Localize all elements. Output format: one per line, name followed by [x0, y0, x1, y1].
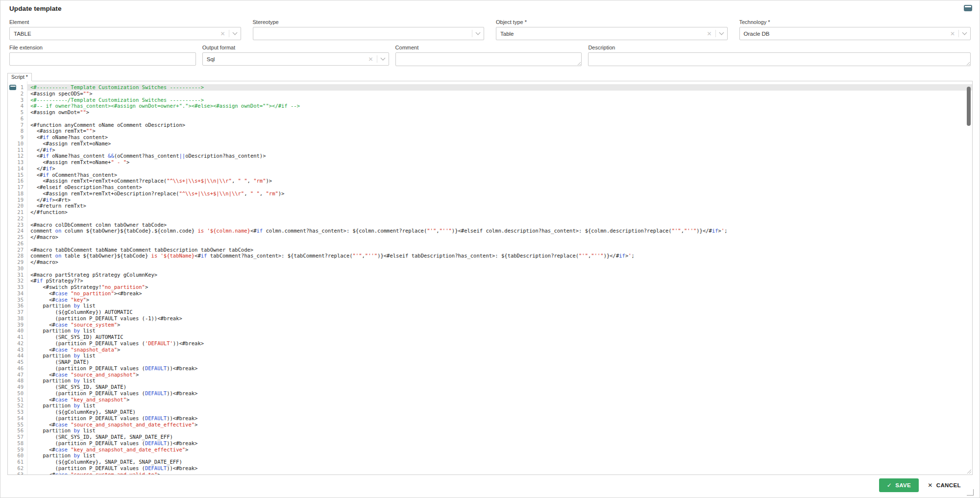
form-row-1: Element TABLE ✕ Stereotype Object type *… — [9, 19, 971, 40]
script-editor[interactable]: 1234567891011121314151617181920212223242… — [7, 81, 973, 475]
field-stereotype: Stereotype — [253, 19, 485, 40]
script-label: Script * — [7, 73, 32, 81]
divider — [715, 30, 716, 37]
chevron-down-icon[interactable] — [232, 30, 237, 35]
editor-gutter: 1234567891011121314151617181920212223242… — [8, 81, 27, 474]
editor-scrollbar-thumb[interactable] — [967, 87, 971, 126]
check-icon: ✓ — [887, 482, 892, 489]
element-label: Element — [9, 19, 241, 25]
field-description: Description — [588, 45, 971, 66]
chevron-down-icon[interactable] — [380, 56, 385, 61]
clear-icon[interactable]: ✕ — [707, 31, 711, 37]
field-object-type: Object type * Table ✕ — [496, 19, 728, 40]
stereotype-select[interactable] — [253, 27, 485, 40]
panel-toggle-icon[interactable] — [964, 5, 972, 11]
comment-textarea[interactable] — [395, 52, 582, 66]
page-header: Update template — [0, 0, 980, 18]
output-format-select[interactable]: Sql ✕ — [202, 52, 389, 66]
description-textarea[interactable] — [588, 52, 971, 66]
close-icon: ✕ — [928, 482, 932, 489]
editor-expand-icon[interactable] — [9, 85, 16, 90]
clear-icon[interactable]: ✕ — [950, 31, 955, 37]
field-file-extension: File extension — [9, 45, 196, 66]
element-select[interactable]: TABLE ✕ — [9, 27, 241, 40]
code-area[interactable]: <#---------- Template Customization Swit… — [27, 81, 972, 474]
divider — [472, 30, 472, 37]
page-resize-corner[interactable] — [967, 489, 974, 496]
clear-icon[interactable]: ✕ — [368, 56, 373, 62]
field-element: Element TABLE ✕ — [9, 19, 241, 40]
divider — [377, 55, 377, 63]
field-technology: Technology * Oracle DB ✕ — [739, 19, 971, 40]
script-section: Script * 1234567891011121314151617181920… — [7, 71, 973, 475]
divider — [958, 30, 959, 37]
field-comment: Comment — [395, 45, 582, 66]
chevron-down-icon[interactable] — [719, 30, 724, 35]
code-lines: <#---------- Template Customization Swit… — [27, 84, 972, 474]
field-output-format: Output format Sql ✕ — [202, 45, 389, 66]
technology-select[interactable]: Oracle DB ✕ — [739, 27, 971, 40]
page-title: Update template — [9, 5, 971, 12]
file-extension-label: File extension — [9, 45, 196, 50]
line-numbers: 1234567891011121314151617181920212223242… — [8, 84, 27, 475]
output-format-label: Output format — [202, 45, 389, 50]
element-value: TABLE — [14, 31, 220, 37]
chevron-down-icon[interactable] — [476, 30, 481, 35]
footer-actions: ✓ SAVE ✕ CANCEL — [879, 478, 961, 492]
divider — [229, 30, 229, 37]
save-button-label: SAVE — [895, 482, 911, 488]
cancel-button[interactable]: ✕ CANCEL — [928, 482, 961, 489]
technology-label: Technology * — [739, 19, 971, 25]
cancel-button-label: CANCEL — [936, 482, 961, 488]
file-extension-input[interactable] — [9, 52, 196, 66]
comment-label: Comment — [395, 45, 582, 50]
clear-icon[interactable]: ✕ — [220, 31, 225, 37]
description-label: Description — [588, 45, 971, 50]
save-button[interactable]: ✓ SAVE — [879, 478, 919, 492]
chevron-down-icon[interactable] — [962, 30, 967, 35]
output-format-value: Sql — [207, 56, 368, 62]
object-type-value: Table — [500, 31, 707, 37]
form-row-2: File extension Output format Sql ✕ Comme… — [9, 45, 971, 66]
object-type-label: Object type * — [496, 19, 728, 25]
update-template-page: Update template Element TABLE ✕ Stereoty… — [0, 0, 980, 498]
stereotype-label: Stereotype — [253, 19, 485, 25]
object-type-select[interactable]: Table ✕ — [496, 27, 728, 40]
technology-value: Oracle DB — [744, 31, 950, 37]
